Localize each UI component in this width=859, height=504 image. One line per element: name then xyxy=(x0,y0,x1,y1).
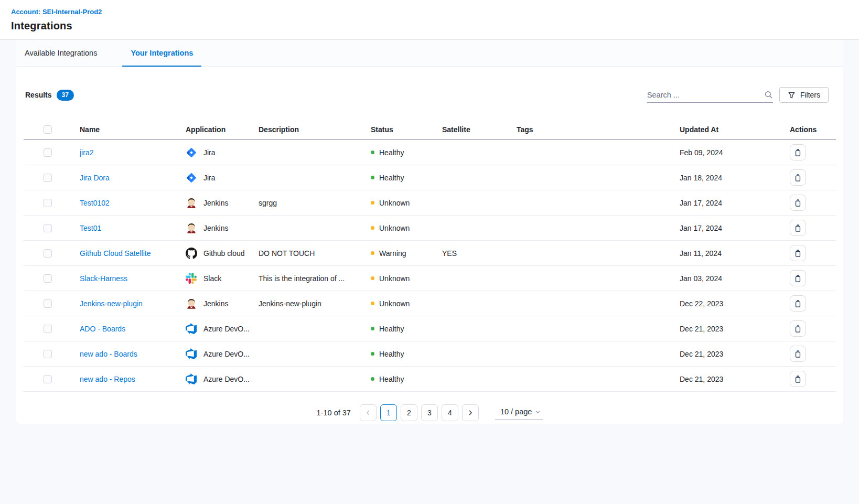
delete-button[interactable] xyxy=(790,220,806,236)
page-size-label: 10 / page xyxy=(500,408,532,416)
trash-icon xyxy=(794,274,802,283)
status-text: Unknown xyxy=(379,224,410,232)
column-header-description: Description xyxy=(259,125,371,134)
integration-name-link[interactable]: ADO - Boards xyxy=(80,325,125,333)
status-text: Warning xyxy=(379,249,406,258)
status-text: Healthy xyxy=(379,148,404,157)
pagination-page-4[interactable]: 4 xyxy=(442,404,458,421)
row-checkbox[interactable] xyxy=(44,375,52,383)
page-header: Account: SEI-Internal-Prod2 Integrations xyxy=(0,0,859,40)
row-checkbox[interactable] xyxy=(44,199,52,207)
tab-your-integrations[interactable]: Your Integrations xyxy=(122,40,201,67)
application-label: Jenkins xyxy=(203,299,228,308)
row-checkbox[interactable] xyxy=(44,325,52,333)
application-label: Jenkins xyxy=(203,199,228,207)
status-dot xyxy=(371,151,374,154)
status-dot xyxy=(371,302,374,305)
results-label: Results xyxy=(25,91,52,99)
chevron-down-icon xyxy=(535,409,541,415)
status-text: Healthy xyxy=(379,325,404,333)
integration-name-link[interactable]: Slack-Harness xyxy=(80,274,127,283)
pagination-page-3[interactable]: 3 xyxy=(421,404,438,421)
delete-button[interactable] xyxy=(790,371,806,387)
jenkins-icon xyxy=(186,222,197,234)
select-all-checkbox[interactable] xyxy=(44,125,52,134)
delete-button[interactable] xyxy=(790,320,806,337)
integration-name-link[interactable]: Test0102 xyxy=(80,199,110,207)
column-header-tags: Tags xyxy=(517,125,680,134)
status-dot xyxy=(371,251,374,255)
status-text: Healthy xyxy=(379,174,404,182)
row-checkbox[interactable] xyxy=(44,299,52,308)
trash-icon xyxy=(794,249,802,258)
integration-name-link[interactable]: Jira Dora xyxy=(80,174,110,182)
tab-available-integrations[interactable]: Available Integrations xyxy=(16,40,105,67)
column-header-satellite: Satellite xyxy=(442,125,517,134)
application-label: Jenkins xyxy=(203,224,228,232)
integration-name-link[interactable]: Github Cloud Satellite xyxy=(80,249,151,258)
pagination-page-2[interactable]: 2 xyxy=(401,404,417,421)
chevron-left-icon xyxy=(364,409,372,416)
status-dot xyxy=(371,226,374,230)
jenkins-icon xyxy=(186,298,197,309)
page-title: Integrations xyxy=(11,20,859,32)
trash-icon xyxy=(794,174,802,182)
row-checkbox[interactable] xyxy=(44,148,52,157)
trash-icon xyxy=(794,148,802,157)
updated-at-value: Jan 17, 2024 xyxy=(680,224,722,232)
status-dot xyxy=(371,201,374,205)
table-row: Slack-Harness Slack This is the integrat… xyxy=(24,266,836,291)
integration-name-link[interactable]: jira2 xyxy=(80,148,93,157)
updated-at-value: Dec 21, 2023 xyxy=(680,325,723,333)
status-dot xyxy=(371,276,374,280)
column-header-name: Name xyxy=(80,125,186,134)
status-text: Unknown xyxy=(379,199,410,207)
pagination-range-label: 1-10 of 37 xyxy=(317,409,351,417)
table-row: new ado - Boards Azure DevO... Healthy D… xyxy=(24,341,836,367)
row-checkbox[interactable] xyxy=(44,274,52,283)
delete-button[interactable] xyxy=(790,245,806,261)
integration-name-link[interactable]: new ado - Boards xyxy=(80,350,137,358)
account-link[interactable]: Account: SEI-Internal-Prod2 xyxy=(11,8,102,16)
integration-name-link[interactable]: Test01 xyxy=(80,224,101,232)
filters-button[interactable]: Filters xyxy=(779,87,829,103)
column-header-actions: Actions xyxy=(790,125,836,134)
status-text: Unknown xyxy=(379,299,410,308)
delete-button[interactable] xyxy=(790,295,806,312)
funnel-icon xyxy=(788,91,796,99)
page-size-select[interactable]: 10 / page xyxy=(495,405,543,420)
integration-name-link[interactable]: new ado - Repos xyxy=(80,375,135,383)
trash-icon xyxy=(794,350,802,358)
application-label: Azure DevO... xyxy=(203,350,250,358)
pagination-page-1[interactable]: 1 xyxy=(380,404,397,421)
description-text: DO NOT TOUCH xyxy=(259,249,315,258)
jenkins-icon xyxy=(186,197,197,209)
pagination-next-button[interactable] xyxy=(462,404,479,421)
row-checkbox[interactable] xyxy=(44,350,52,358)
row-checkbox[interactable] xyxy=(44,249,52,258)
delete-button[interactable] xyxy=(790,144,806,160)
trash-icon xyxy=(794,325,802,333)
description-text: sgrgg xyxy=(259,199,277,207)
status-text: Healthy xyxy=(379,375,404,383)
results-count-badge: 37 xyxy=(57,90,74,101)
column-header-status: Status xyxy=(371,125,442,134)
delete-button[interactable] xyxy=(790,270,806,286)
delete-button[interactable] xyxy=(790,346,806,362)
pagination-prev-button[interactable] xyxy=(360,404,377,421)
status-text: Healthy xyxy=(379,350,404,358)
application-label: Jira xyxy=(203,148,216,157)
table-row: Test0102 Jenkins sgrgg Unknown Jan 17, 2… xyxy=(24,190,836,216)
delete-button[interactable] xyxy=(790,169,806,186)
search-input[interactable] xyxy=(647,91,764,99)
table-row: new ado - Repos Azure DevO... Healthy De… xyxy=(24,367,836,392)
row-checkbox[interactable] xyxy=(44,224,52,232)
toolbar: Results 37 Filters xyxy=(16,67,843,103)
status-dot xyxy=(371,327,374,330)
delete-button[interactable] xyxy=(790,195,806,211)
column-header-updated-at: Updated At xyxy=(680,125,790,134)
row-checkbox[interactable] xyxy=(44,174,52,182)
table-row: jira2 Jira Healthy Feb 09, 2024 xyxy=(24,140,836,165)
integration-name-link[interactable]: Jenkins-new-plugin xyxy=(80,299,143,308)
description-text: This is the integration of ... xyxy=(259,274,345,283)
